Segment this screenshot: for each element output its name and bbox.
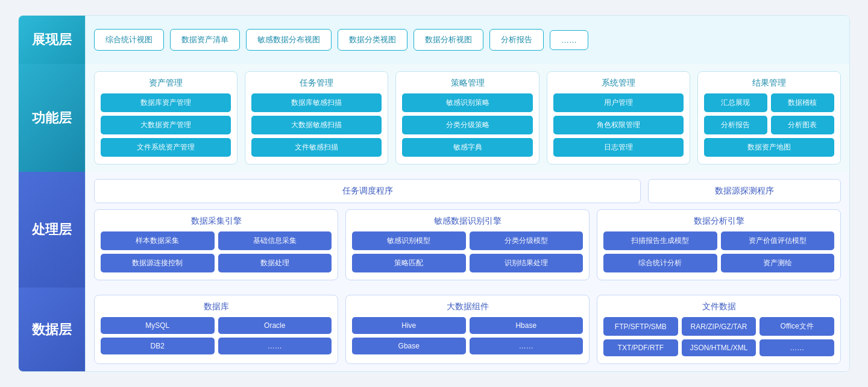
engine-button[interactable]: 资产测绘 bbox=[721, 254, 835, 272]
func-button[interactable]: 分析图表 bbox=[771, 116, 834, 134]
engine-button[interactable]: 基础信息采集 bbox=[218, 231, 332, 250]
func-button[interactable]: 敏感识别策略 bbox=[402, 93, 532, 112]
data-button[interactable]: …… bbox=[218, 338, 332, 354]
engine-button[interactable]: 识别结果处理 bbox=[470, 254, 583, 272]
func-button[interactable]: 日志管理 bbox=[553, 138, 684, 157]
engine-card-2: 数据分析引擎扫描报告生成模型资产价值评估模型综合统计分析资产测绘 bbox=[597, 209, 841, 280]
data-button[interactable]: JSON/HTML/XML bbox=[682, 339, 756, 356]
task-scheduler: 任务调度程序 bbox=[94, 179, 641, 203]
func-button[interactable]: 数据库敏感扫描 bbox=[251, 93, 382, 112]
function-grid: 资产管理数据库资产管理大数据资产管理文件系统资产管理任务管理数据库敏感扫描大数据… bbox=[94, 71, 841, 165]
function-layer-content: 资产管理数据库资产管理大数据资产管理文件系统资产管理任务管理数据库敏感扫描大数据… bbox=[85, 64, 849, 172]
func-card-4: 结果管理汇总展现数据稽核分析报告分析图表数据资产地图 bbox=[697, 71, 841, 165]
data-layer-label: 数据层 bbox=[19, 288, 85, 371]
display-button[interactable]: 敏感数据分布视图 bbox=[246, 29, 332, 51]
engine-button[interactable]: 策略匹配 bbox=[352, 254, 466, 272]
engine-title-0: 数据采集引擎 bbox=[101, 216, 332, 227]
engine-button[interactable]: 敏感识别模型 bbox=[352, 231, 466, 250]
func-button[interactable]: 分析报告 bbox=[704, 116, 767, 134]
func-button[interactable]: 数据资产地图 bbox=[704, 138, 834, 157]
func-card-title-1: 任务管理 bbox=[251, 78, 382, 89]
data-button[interactable]: Hbase bbox=[470, 317, 583, 334]
func-card-title-2: 策略管理 bbox=[402, 78, 532, 89]
engine-title-2: 数据分析引擎 bbox=[603, 216, 834, 227]
func-button[interactable]: 汇总展现 bbox=[704, 93, 767, 112]
engine-button[interactable]: 样本数据采集 bbox=[101, 231, 215, 250]
data-card-title-1: 大数据组件 bbox=[352, 301, 583, 312]
display-layer-content: 综合统计视图数据资产清单敏感数据分布视图数据分类视图数据分析视图分析报告…… bbox=[85, 16, 849, 64]
data-card-title-2: 文件数据 bbox=[603, 301, 834, 312]
data-button[interactable]: Gbase bbox=[352, 338, 466, 354]
data-button[interactable]: TXT/PDF/RTF bbox=[603, 339, 678, 356]
display-layer-row: 展现层 综合统计视图数据资产清单敏感数据分布视图数据分类视图数据分析视图分析报告… bbox=[19, 16, 849, 64]
data-button[interactable]: FTP/SFTP/SMB bbox=[603, 317, 678, 336]
display-button[interactable]: 综合统计视图 bbox=[94, 29, 164, 51]
data-button[interactable]: Office文件 bbox=[760, 317, 834, 336]
display-button[interactable]: 分析报告 bbox=[489, 29, 544, 51]
engine-card-1: 敏感数据识别引擎敏感识别模型分类分级模型策略匹配识别结果处理 bbox=[345, 209, 590, 280]
data-source-explorer: 数据源探测程序 bbox=[648, 179, 841, 203]
display-layer-label: 展现层 bbox=[19, 16, 85, 64]
engine-button[interactable]: 扫描报告生成模型 bbox=[603, 231, 717, 250]
func-card-1: 任务管理数据库敏感扫描大数据敏感扫描文件敏感扫描 bbox=[245, 71, 388, 165]
func-card-title-3: 系统管理 bbox=[553, 78, 684, 89]
function-layer-label: 功能层 bbox=[19, 64, 85, 172]
func-button[interactable]: 数据库资产管理 bbox=[101, 93, 231, 112]
data-card-1: 大数据组件HiveHbaseGbase…… bbox=[345, 295, 590, 364]
data-layer-row: 数据层 数据库MySQLOracleDB2……大数据组件HiveHbaseGba… bbox=[19, 288, 849, 371]
data-card-0: 数据库MySQLOracleDB2…… bbox=[94, 295, 338, 364]
display-button[interactable]: 数据分类视图 bbox=[338, 29, 407, 51]
data-card-title-0: 数据库 bbox=[101, 301, 332, 312]
engine-button[interactable]: 综合统计分析 bbox=[603, 254, 717, 272]
process-top: 任务调度程序数据源探测程序 bbox=[94, 179, 841, 203]
engine-button[interactable]: 数据处理 bbox=[218, 254, 332, 272]
engine-button[interactable]: 资产价值评估模型 bbox=[721, 231, 835, 250]
process-layer-row: 处理层 任务调度程序数据源探测程序数据采集引擎样本数据采集基础信息采集数据源连接… bbox=[19, 172, 849, 288]
display-button[interactable]: …… bbox=[550, 30, 588, 50]
engine-title-1: 敏感数据识别引擎 bbox=[352, 216, 583, 227]
engine-card-0: 数据采集引擎样本数据采集基础信息采集数据源连接控制数据处理 bbox=[94, 209, 338, 280]
architecture-diagram: 展现层 综合统计视图数据资产清单敏感数据分布视图数据分类视图数据分析视图分析报告… bbox=[18, 15, 850, 372]
func-button[interactable]: 文件敏感扫描 bbox=[251, 138, 382, 157]
data-layer-content: 数据库MySQLOracleDB2……大数据组件HiveHbaseGbase……… bbox=[85, 288, 849, 371]
engine-button[interactable]: 分类分级模型 bbox=[470, 231, 583, 250]
func-button[interactable]: 数据稽核 bbox=[771, 93, 834, 112]
func-button[interactable]: 角色权限管理 bbox=[553, 116, 684, 134]
func-button[interactable]: 文件系统资产管理 bbox=[101, 138, 231, 157]
data-card-2: 文件数据FTP/SFTP/SMBRAR/ZIP/GZ/TAROffice文件TX… bbox=[597, 295, 841, 364]
display-button[interactable]: 数据资产清单 bbox=[170, 29, 240, 51]
data-button[interactable]: Oracle bbox=[218, 317, 332, 334]
data-button[interactable]: DB2 bbox=[101, 338, 215, 354]
data-button[interactable]: …… bbox=[470, 338, 583, 354]
data-grid: 数据库MySQLOracleDB2……大数据组件HiveHbaseGbase……… bbox=[94, 295, 841, 364]
func-card-title-0: 资产管理 bbox=[101, 78, 231, 89]
func-button[interactable]: 敏感字典 bbox=[402, 138, 532, 157]
data-button[interactable]: RAR/ZIP/GZ/TAR bbox=[682, 317, 756, 336]
data-button[interactable]: Hive bbox=[352, 317, 466, 334]
engine-button[interactable]: 数据源连接控制 bbox=[101, 254, 215, 272]
func-card-0: 资产管理数据库资产管理大数据资产管理文件系统资产管理 bbox=[94, 71, 237, 165]
func-button[interactable]: 分类分级策略 bbox=[402, 116, 532, 134]
func-button[interactable]: 大数据敏感扫描 bbox=[251, 116, 382, 134]
data-button[interactable]: MySQL bbox=[101, 317, 215, 334]
engines-row: 数据采集引擎样本数据采集基础信息采集数据源连接控制数据处理敏感数据识别引擎敏感识… bbox=[94, 209, 841, 280]
process-layer-content: 任务调度程序数据源探测程序数据采集引擎样本数据采集基础信息采集数据源连接控制数据… bbox=[85, 172, 849, 288]
data-button[interactable]: …… bbox=[760, 339, 834, 356]
display-button[interactable]: 数据分析视图 bbox=[414, 29, 483, 51]
process-layer-label: 处理层 bbox=[19, 172, 85, 288]
function-layer-row: 功能层 资产管理数据库资产管理大数据资产管理文件系统资产管理任务管理数据库敏感扫… bbox=[19, 64, 849, 172]
func-card-3: 系统管理用户管理角色权限管理日志管理 bbox=[547, 71, 690, 165]
func-button[interactable]: 用户管理 bbox=[553, 93, 684, 112]
func-button[interactable]: 大数据资产管理 bbox=[101, 116, 231, 134]
func-card-title-4: 结果管理 bbox=[704, 78, 834, 89]
func-card-2: 策略管理敏感识别策略分类分级策略敏感字典 bbox=[395, 71, 539, 165]
